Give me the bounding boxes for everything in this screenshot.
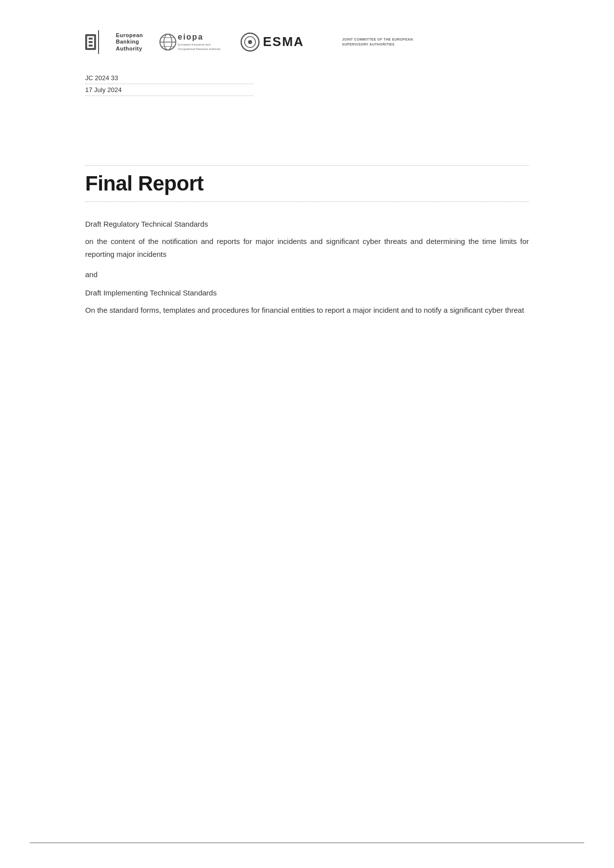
section1-description: on the content of the notification and r… bbox=[85, 235, 529, 260]
title-divider-top bbox=[85, 165, 529, 166]
eba-logo: European Banking Authority bbox=[85, 30, 143, 54]
ref-divider-2 bbox=[85, 96, 254, 96]
svg-rect-3 bbox=[89, 41, 93, 43]
eba-text-banking: Banking bbox=[116, 39, 143, 45]
eba-text-authority: Authority bbox=[116, 46, 143, 52]
svg-rect-5 bbox=[98, 30, 99, 54]
footer-divider bbox=[30, 842, 584, 843]
svg-rect-4 bbox=[89, 45, 93, 47]
section1-block: Draft Regulatory Technical Standards on … bbox=[85, 220, 529, 260]
section2-block: Draft Implementing Technical Standards O… bbox=[85, 289, 529, 317]
section2-description: On the standard forms, templates and pro… bbox=[85, 304, 529, 317]
svg-text:Occupational Pensions Authorit: Occupational Pensions Authority bbox=[178, 48, 220, 50]
eba-text-european: European bbox=[116, 32, 143, 39]
esma-logo: ESMA bbox=[239, 30, 318, 54]
reference-date: 17 July 2024 bbox=[85, 86, 529, 94]
eiopa-logo: eiopa European Insurance and Occupationa… bbox=[159, 30, 223, 54]
svg-text:ESMA: ESMA bbox=[263, 34, 304, 49]
esma-icon: ESMA bbox=[239, 30, 318, 54]
eba-text-block: European Banking Authority bbox=[116, 32, 143, 52]
eiopa-icon: eiopa European Insurance and Occupationa… bbox=[159, 30, 223, 54]
section2-label: Draft Implementing Technical Standards bbox=[85, 289, 529, 297]
title-divider-bottom bbox=[85, 201, 529, 202]
svg-rect-2 bbox=[89, 38, 93, 40]
joint-committee-text: JOINT COMMITTEE OF THE EUROPEAN SUPERVIS… bbox=[342, 37, 413, 47]
ref-divider-1 bbox=[85, 84, 254, 84]
svg-point-16 bbox=[248, 40, 252, 44]
connector-text: and bbox=[85, 270, 529, 279]
eba-icon bbox=[85, 30, 112, 54]
reference-number: JC 2024 33 bbox=[85, 74, 529, 82]
svg-text:eiopa: eiopa bbox=[178, 33, 204, 41]
document-page: European Banking Authority eiopa Europea… bbox=[0, 0, 614, 868]
svg-text:European Insurance and: European Insurance and bbox=[178, 43, 210, 46]
reference-section: JC 2024 33 17 July 2024 bbox=[85, 74, 529, 96]
page-title: Final Report bbox=[85, 172, 529, 195]
main-content: Final Report Draft Regulatory Technical … bbox=[85, 165, 529, 317]
logos-header: European Banking Authority eiopa Europea… bbox=[85, 30, 529, 54]
section1-label: Draft Regulatory Technical Standards bbox=[85, 220, 529, 228]
